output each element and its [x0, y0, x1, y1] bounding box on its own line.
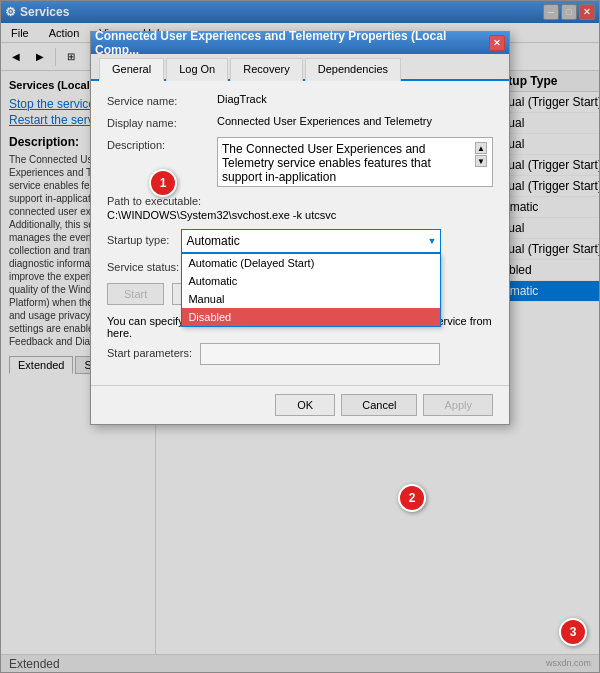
- tab-dependencies[interactable]: Dependencies: [305, 58, 401, 81]
- marker-1: 1: [149, 169, 177, 197]
- tab-logon[interactable]: Log On: [166, 58, 228, 81]
- status-label: Service status:: [107, 261, 179, 273]
- option-automatic[interactable]: Automatic: [182, 272, 440, 290]
- startup-dropdown[interactable]: Automatic ▼: [181, 229, 441, 253]
- services-window: ⚙ Services ─ □ ✕ File Action View Help ◀…: [0, 0, 600, 673]
- cancel-button[interactable]: Cancel: [341, 394, 417, 416]
- ok-button[interactable]: OK: [275, 394, 335, 416]
- dialog-content: Service name: DiagTrack Display name: Co…: [91, 81, 509, 385]
- service-name-row: Service name: DiagTrack: [107, 93, 493, 107]
- start-button[interactable]: Start: [107, 283, 164, 305]
- dialog-overlay: Connected User Experiences and Telemetry…: [1, 1, 599, 672]
- startup-dropdown-container: Automatic ▼ Automatic (Delayed Start) Au…: [181, 229, 441, 253]
- desc-scroll-down[interactable]: ▼: [475, 155, 487, 167]
- option-manual[interactable]: Manual: [182, 290, 440, 308]
- desc-box-text: The Connected User Experiences and Telem…: [222, 142, 474, 184]
- startup-selected-value: Automatic: [186, 234, 239, 248]
- option-delayed-start[interactable]: Automatic (Delayed Start): [182, 254, 440, 272]
- dialog-title-bar: Connected User Experiences and Telemetry…: [91, 32, 509, 54]
- start-params-input[interactable]: [200, 343, 440, 365]
- desc-box: The Connected User Experiences and Telem…: [217, 137, 493, 187]
- startup-section: Startup type: Automatic ▼ Automatic (Del…: [107, 229, 493, 253]
- dialog-footer: OK Cancel Apply: [91, 385, 509, 424]
- tab-recovery[interactable]: Recovery: [230, 58, 302, 81]
- path-value: C:\WINDOWS\System32\svchost.exe -k utcsv…: [107, 209, 493, 221]
- marker-3: 3: [559, 618, 587, 646]
- properties-dialog: Connected User Experiences and Telemetry…: [90, 31, 510, 425]
- desc-scroll-up[interactable]: ▲: [475, 142, 487, 154]
- watermark: wsxdn.com: [546, 658, 591, 668]
- dialog-tabs: General Log On Recovery Dependencies: [91, 54, 509, 81]
- dialog-title: Connected User Experiences and Telemetry…: [95, 29, 489, 57]
- service-name-value: DiagTrack: [217, 93, 493, 105]
- desc-label: Description:: [107, 137, 217, 151]
- marker-2: 2: [398, 484, 426, 512]
- tab-general[interactable]: General: [99, 58, 164, 81]
- option-disabled[interactable]: Disabled: [182, 308, 440, 326]
- service-name-label: Service name:: [107, 93, 217, 107]
- display-name-value: Connected User Experiences and Telemetry: [217, 115, 493, 127]
- path-section: Path to executable: C:\WINDOWS\System32\…: [107, 195, 493, 221]
- startup-dropdown-menu: Automatic (Delayed Start) Automatic Manu…: [181, 253, 441, 327]
- start-params-label: Start parameters:: [107, 347, 192, 359]
- desc-scrollbar: ▲ ▼: [474, 142, 488, 167]
- apply-button[interactable]: Apply: [423, 394, 493, 416]
- display-name-row: Display name: Connected User Experiences…: [107, 115, 493, 129]
- dropdown-arrow-icon: ▼: [427, 236, 436, 246]
- display-name-label: Display name:: [107, 115, 217, 129]
- startup-label: Startup type:: [107, 234, 169, 246]
- dialog-close-button[interactable]: ✕: [489, 35, 505, 51]
